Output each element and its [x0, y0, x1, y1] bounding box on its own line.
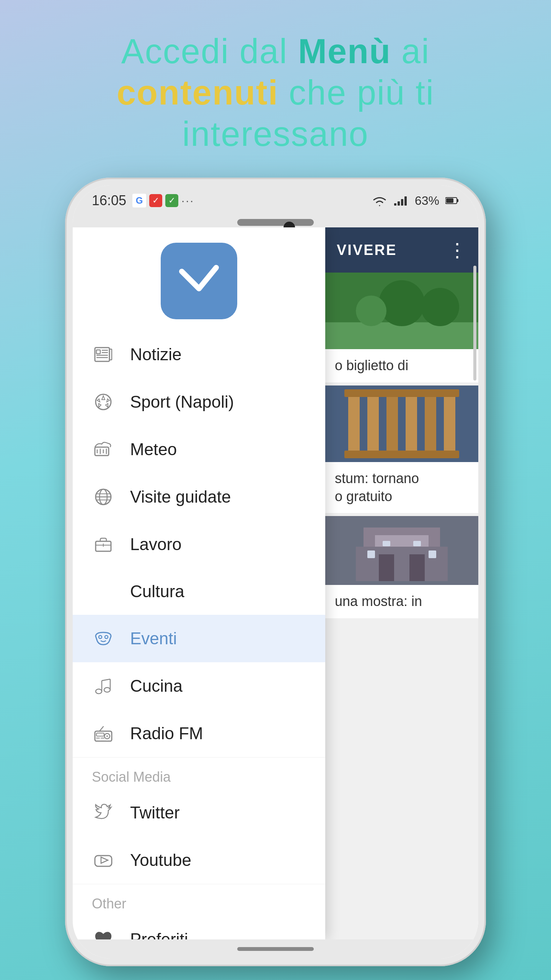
header-suffix: ai	[391, 32, 430, 70]
battery-icon	[445, 197, 459, 204]
menu-item-youtube[interactable]: Youtube	[73, 836, 325, 884]
svg-rect-8	[96, 350, 100, 354]
menu-label-twitter: Twitter	[130, 803, 180, 822]
svg-marker-19	[97, 399, 100, 402]
menu-label-meteo: Meteo	[130, 440, 177, 459]
header-menu-word: Menù	[298, 32, 391, 70]
notification-green: ✓	[165, 194, 178, 207]
svg-rect-3	[404, 196, 407, 206]
menu-item-meteo[interactable]: Meteo	[73, 426, 325, 473]
menu-label-cultura: Cultura	[130, 582, 184, 601]
google-icon: G	[132, 194, 146, 207]
home-indicator[interactable]	[237, 947, 314, 951]
menu-label-lavoro: Lavoro	[130, 535, 182, 554]
svg-rect-1	[398, 201, 400, 206]
svg-point-33	[99, 635, 102, 639]
newspaper-icon	[92, 345, 115, 364]
article-image-2	[325, 385, 478, 462]
article-text-3: una mostra: in	[325, 585, 478, 618]
svg-rect-43	[96, 733, 104, 736]
svg-rect-58	[425, 393, 436, 454]
menu-item-twitter[interactable]: Twitter	[73, 789, 325, 836]
svg-rect-5	[457, 199, 458, 202]
status-icons: G ✓ ✓ ···	[132, 194, 194, 207]
weather-icon	[92, 439, 115, 459]
drawer-menu: Notizie	[73, 331, 325, 939]
menu-label-cucina: Cucina	[130, 676, 183, 696]
svg-rect-6	[446, 198, 453, 203]
svg-marker-17	[106, 403, 108, 407]
article-image-1	[325, 273, 478, 349]
youtube-icon	[92, 850, 115, 870]
header-prefix: Accedi dal	[121, 32, 298, 70]
svg-point-34	[105, 635, 108, 639]
svg-point-36	[104, 688, 110, 692]
svg-rect-2	[401, 199, 403, 206]
menu-item-eventi[interactable]: Eventi	[73, 615, 325, 662]
signal-icon	[393, 195, 409, 206]
pocket-check-icon	[178, 264, 220, 298]
svg-line-39	[102, 679, 110, 681]
articles-panel: VIVERE ⋮ o bigli	[325, 227, 478, 939]
section-label: VIVERE	[337, 242, 448, 258]
globe-icon	[92, 487, 115, 507]
svg-point-51	[356, 296, 386, 326]
svg-rect-66	[409, 554, 425, 581]
speaker	[237, 219, 314, 226]
menu-item-cucina[interactable]: Cucina	[73, 662, 325, 710]
status-right: 63%	[372, 194, 459, 208]
svg-marker-15	[102, 396, 105, 400]
header-line1: Accedi dal Menù ai	[23, 31, 528, 72]
article-card-3[interactable]: una mostra: in	[325, 516, 478, 618]
svg-point-50	[379, 280, 425, 326]
radio-icon	[92, 724, 115, 743]
three-dots-button[interactable]: ⋮	[448, 239, 467, 261]
article-text-2: stum: tornanoo gratuito	[325, 462, 478, 513]
svg-rect-60	[344, 389, 459, 397]
svg-rect-0	[394, 203, 396, 206]
wifi-icon	[372, 195, 387, 206]
menu-item-cultura[interactable]: Cultura	[73, 568, 325, 615]
svg-rect-46	[95, 856, 112, 866]
drawer-logo	[73, 227, 325, 331]
menu-item-notizie[interactable]: Notizie	[73, 331, 325, 378]
status-time: 16:05	[92, 193, 126, 209]
svg-marker-18	[99, 403, 101, 407]
status-left: 16:05 G ✓ ✓ ···	[92, 193, 194, 209]
article-card-1[interactable]: o biglietto di	[325, 273, 478, 382]
svg-rect-65	[379, 554, 394, 581]
svg-rect-57	[406, 393, 417, 454]
svg-rect-54	[348, 393, 360, 454]
svg-rect-69	[429, 550, 436, 558]
menu-label-sport: Sport (Napoli)	[130, 392, 234, 412]
menu-item-sport[interactable]: Sport (Napoli)	[73, 378, 325, 426]
article-image-3	[325, 516, 478, 585]
scrollbar[interactable]	[473, 266, 476, 381]
content-area: Notizie	[73, 227, 478, 939]
music-icon	[92, 676, 115, 696]
svg-rect-71	[413, 541, 421, 546]
menu-label-eventi: Eventi	[130, 629, 177, 648]
menu-item-lavoro[interactable]: Lavoro	[73, 521, 325, 568]
more-dots-icon: ···	[181, 194, 194, 207]
svg-point-35	[96, 689, 102, 694]
svg-marker-47	[101, 857, 108, 863]
svg-point-52	[421, 288, 459, 326]
article-card-2[interactable]: stum: tornanoo gratuito	[325, 385, 478, 513]
svg-rect-61	[344, 451, 459, 458]
soccer-icon	[92, 392, 115, 412]
menu-label-preferiti: Preferiti	[130, 930, 188, 939]
header-contenuti: contenuti	[117, 74, 279, 112]
twitter-icon	[92, 803, 115, 823]
pocket-icon	[161, 243, 237, 319]
menu-item-visite[interactable]: Visite guidate	[73, 473, 325, 521]
header-section: Accedi dal Menù ai contenuti che più ti …	[0, 31, 551, 155]
menu-label-visite: Visite guidate	[130, 487, 231, 506]
nav-drawer: Notizie	[73, 227, 325, 939]
svg-point-42	[106, 735, 108, 737]
menu-item-radio[interactable]: Radio FM	[73, 710, 325, 757]
heart-icon	[92, 929, 115, 939]
battery-percent: 63%	[415, 194, 439, 208]
menu-item-preferiti[interactable]: Preferiti	[73, 916, 325, 939]
header-line2: contenuti che più ti interessano	[23, 72, 528, 155]
